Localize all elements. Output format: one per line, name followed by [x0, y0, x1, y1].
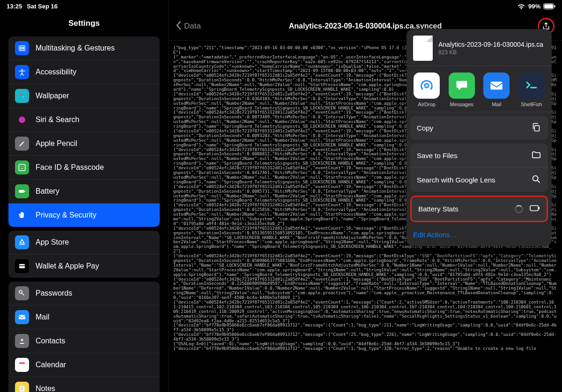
share-app-label: AirDrop: [418, 102, 436, 107]
svg-rect-2: [555, 5, 555, 7]
settings-row-label: Passwords: [36, 289, 72, 298]
spinner-icon: [515, 205, 523, 213]
back-label: Data: [184, 22, 201, 31]
status-date: Sat Sep 16: [27, 3, 58, 10]
copy-icon: [531, 122, 541, 134]
share-app-messages[interactable]: Messages: [445, 73, 479, 107]
share-file-size: 823 KB: [438, 49, 543, 56]
folder-icon: [531, 150, 541, 161]
svg-rect-21: [19, 363, 25, 364]
share-app-mail[interactable]: Mail: [480, 73, 513, 107]
share-app-airdrop[interactable]: AirDrop: [410, 73, 444, 107]
action-copy[interactable]: Copy: [410, 116, 548, 140]
action-save-label: Save to Files: [417, 152, 458, 160]
share-app-label: Mail: [492, 102, 501, 107]
svg-point-30: [533, 176, 538, 181]
siri-icon: [15, 113, 29, 127]
svg-point-9: [19, 116, 25, 123]
contact-icon: [15, 334, 29, 348]
svg-point-27: [425, 84, 429, 88]
settings-row-label: Wallpaper: [36, 92, 69, 100]
share-app-shellfish[interactable]: ShellFish: [515, 73, 548, 107]
settings-row-calendar[interactable]: Calendar: [8, 353, 160, 377]
settings-row-contacts[interactable]: Contacts: [8, 329, 160, 353]
svg-point-12: [23, 167, 24, 167]
settings-row-label: Face ID & Passcode: [36, 163, 104, 172]
share-app-label: ShellFish: [521, 102, 542, 107]
settings-row-wallet-apple-pay[interactable]: Wallet & Apple Pay: [8, 254, 160, 278]
settings-pane: Settings Multitasking & GesturesAccessib…: [0, 0, 169, 392]
wifi-icon: [517, 3, 525, 9]
hand-icon: [15, 208, 29, 222]
settings-row-label: Mail: [36, 313, 49, 321]
svg-rect-18: [19, 315, 25, 319]
accessibility-icon: [15, 65, 29, 79]
svg-point-17: [19, 290, 22, 293]
settings-row-label: Accessibility: [36, 68, 76, 76]
faceid-icon: [15, 160, 29, 174]
settings-row-label: App Store: [36, 238, 69, 247]
multitask-icon: [15, 41, 29, 55]
settings-row-mail[interactable]: Mail: [8, 305, 160, 329]
status-battery-pct: 99%: [528, 3, 540, 10]
action-lens-label: Search with Google Lens: [417, 176, 495, 184]
settings-row-label: Multitasking & Gestures: [36, 44, 115, 52]
svg-rect-32: [539, 207, 540, 210]
svg-point-8: [22, 96, 24, 98]
settings-row-multitasking-gestures[interactable]: Multitasking & Gestures: [8, 36, 160, 60]
airdrop-icon: [414, 73, 440, 99]
edit-actions-link[interactable]: Edit Actions…: [407, 226, 552, 246]
settings-row-accessibility[interactable]: Accessibility: [8, 60, 160, 84]
wallet-icon: [15, 259, 29, 273]
mail-icon: [483, 73, 510, 99]
svg-rect-13: [19, 190, 24, 193]
svg-rect-31: [530, 206, 538, 211]
svg-rect-3: [19, 46, 25, 51]
status-time: 13:25: [7, 3, 22, 10]
svg-rect-16: [19, 266, 25, 267]
status-bar: 13:25 Sat Sep 16 99%: [0, 0, 562, 12]
wallpaper-icon: [15, 89, 29, 103]
settings-row-passwords[interactable]: Passwords: [8, 282, 160, 305]
mail-icon: [15, 310, 29, 324]
back-button[interactable]: Data: [176, 21, 201, 32]
svg-rect-28: [491, 82, 503, 90]
search-icon: [531, 174, 541, 186]
settings-row-app-store[interactable]: App Store: [8, 231, 160, 254]
svg-rect-29: [534, 125, 539, 131]
settings-row-siri-search[interactable]: Siri & Search: [8, 108, 160, 131]
settings-title: Settings: [0, 12, 168, 33]
settings-row-wallpaper[interactable]: Wallpaper: [8, 84, 160, 108]
svg-rect-4: [20, 47, 22, 50]
svg-point-7: [20, 94, 22, 96]
battery-icon: [15, 184, 29, 198]
appstore-icon: [15, 235, 29, 249]
share-file-name: Analytics-2023-09-16-030004.ips.ca: [438, 41, 543, 48]
action-battery-stats[interactable]: Battery Stats: [410, 196, 548, 222]
settings-row-label: Siri & Search: [36, 116, 79, 124]
terminal-icon: [518, 73, 545, 99]
share-app-label: Messages: [450, 102, 473, 107]
action-battery-label: Battery Stats: [418, 205, 458, 213]
svg-rect-5: [22, 47, 24, 50]
notes-icon: [15, 382, 29, 392]
settings-row-apple-pencil[interactable]: Apple Pencil: [8, 131, 160, 155]
battery-icon: [543, 3, 555, 9]
svg-point-19: [21, 339, 23, 341]
settings-row-face-id-passcode[interactable]: Face ID & Passcode: [8, 155, 160, 179]
action-save-to-files[interactable]: Save to Files: [410, 144, 548, 167]
settings-row-battery[interactable]: Battery: [8, 179, 160, 203]
settings-row-label: Notes: [36, 385, 55, 392]
settings-row-label: Wallet & Apple Pay: [36, 262, 99, 270]
action-google-lens[interactable]: Search with Google Lens: [410, 167, 548, 192]
calendar-icon: [15, 358, 29, 372]
action-copy-label: Copy: [417, 124, 433, 132]
settings-row-label: Privacy & Security: [36, 211, 96, 219]
settings-row-notes[interactable]: Notes: [8, 377, 160, 392]
chevron-left-icon: [176, 21, 182, 32]
data-pane: Data Analytics-2023-09-16-030004.ips.ca.…: [169, 0, 562, 392]
pencil-icon: [15, 137, 29, 151]
settings-row-privacy-security[interactable]: Privacy & Security: [8, 203, 160, 227]
svg-point-11: [21, 167, 22, 167]
settings-row-label: Calendar: [36, 361, 66, 369]
